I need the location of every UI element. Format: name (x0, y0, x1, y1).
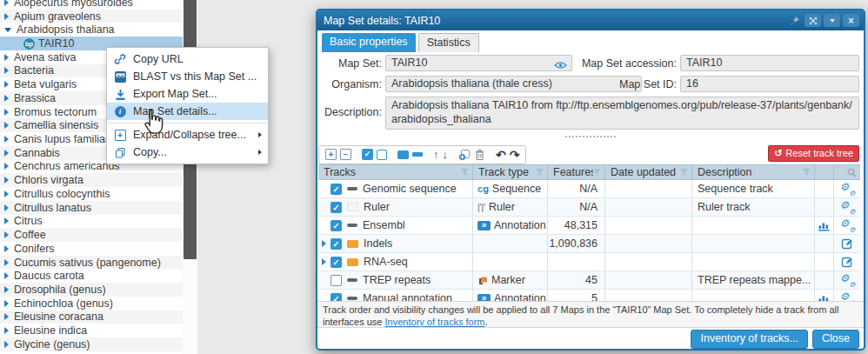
tree-item[interactable]: Alopecurus myosuroides (0, 0, 183, 10)
dialog-titlebar[interactable]: Map Set details: TAIR10 × (317, 10, 864, 30)
edit-icon[interactable] (841, 256, 853, 268)
table-row[interactable]: ✓Genomic sequence cgSequence N/A Sequenc… (318, 180, 860, 198)
expand-arrow-icon[interactable] (4, 259, 9, 266)
track-settings-icon[interactable]: ⚙⚙ (840, 273, 855, 287)
expand-arrow-icon[interactable] (4, 272, 9, 279)
tree-item[interactable]: Chloris virgata (0, 173, 183, 187)
track-checkbox-checked[interactable]: ✓ (331, 257, 342, 268)
map-set-id-field[interactable]: 16 (680, 76, 859, 92)
tree-item[interactable]: Arabidopsis thaliana (0, 23, 183, 37)
expand-arrow-icon[interactable] (4, 245, 9, 252)
expand-arrow-icon[interactable] (4, 54, 9, 61)
close-button[interactable]: × (843, 14, 859, 27)
filter-icon[interactable] (680, 169, 688, 176)
column-header-tracks[interactable]: Tracks (318, 165, 473, 179)
track-settings-icon[interactable]: ⚙⚙ (840, 218, 855, 232)
expand-arrow-icon[interactable] (4, 327, 9, 334)
track-checkbox-checked[interactable]: ✓ (331, 238, 342, 250)
column-header-track-type[interactable]: Track type (473, 165, 548, 179)
search-icon[interactable] (847, 168, 857, 177)
expand-arrow-icon[interactable] (4, 67, 9, 74)
expand-arrow-icon[interactable] (4, 109, 9, 116)
collapse-button[interactable] (824, 14, 840, 27)
tree-item[interactable]: Citrullus colocynthis (0, 187, 183, 201)
tree-item[interactable]: Glycine (genus) (0, 337, 183, 351)
table-row[interactable]: ✓Ensembl »Annotation 48,315 ⚙⚙ (318, 217, 860, 235)
track-checkbox-checked[interactable]: ✓ (331, 184, 342, 195)
check-all-icon[interactable]: ✓ (362, 149, 373, 160)
reset-track-tree-button[interactable]: ↺ Reset track tree (768, 145, 859, 162)
expand-arrow-icon[interactable] (4, 122, 9, 129)
tree-item[interactable]: Citrus (0, 215, 183, 229)
expand-arrow-icon[interactable] (4, 150, 9, 157)
collapse-all-icon[interactable]: − (340, 149, 351, 160)
eye-icon[interactable] (554, 59, 567, 71)
track-checkbox-unchecked[interactable] (331, 275, 342, 286)
column-header-date-updated[interactable]: Date updated (605, 165, 692, 179)
table-row[interactable]: ✓Ruler |'|'Ruler N/A Ruler track ⚙⚙ (318, 198, 860, 217)
expand-all-icon[interactable]: + (325, 149, 337, 160)
row-expand-icon[interactable] (322, 240, 331, 247)
tab-statistics[interactable]: Statistics (418, 33, 479, 52)
expand-arrow-icon[interactable] (4, 190, 9, 197)
tree-item[interactable]: Eleusine coracana (0, 311, 183, 324)
track-checkbox-checked[interactable]: ✓ (331, 202, 342, 213)
expand-arrow-icon[interactable] (4, 177, 9, 184)
redo-icon[interactable]: ↷ (510, 149, 520, 161)
edit-icon[interactable] (841, 237, 853, 250)
pin-icon[interactable] (788, 14, 802, 27)
menu-item-copy[interactable]: Copy... (107, 144, 268, 161)
tree-item[interactable]: Cucumis sativus (pangenome) (0, 256, 183, 270)
tree-item[interactable]: Coffee (0, 228, 183, 242)
move-up-icon[interactable]: ↑ (433, 149, 439, 160)
expand-arrow-icon[interactable] (4, 204, 9, 211)
menu-item-export-map-set[interactable]: Export Map Set... (107, 85, 268, 103)
column-header-features[interactable]: Features (548, 165, 605, 179)
expand-arrow-icon[interactable] (4, 231, 9, 238)
undo-icon[interactable]: ↶ (496, 149, 506, 161)
collapse-arrow-icon[interactable] (4, 28, 11, 32)
expand-arrow-icon[interactable] (4, 13, 9, 20)
splitter-handle[interactable] (317, 131, 864, 142)
menu-item-expand-collapse-tree[interactable]: + Expand/Collapse tree... (107, 126, 268, 144)
maximize-button[interactable] (805, 14, 821, 27)
expand-arrow-icon[interactable] (4, 286, 9, 293)
row-expand-icon[interactable] (322, 258, 331, 265)
expand-arrow-icon[interactable] (4, 163, 9, 170)
filter-icon[interactable] (803, 169, 811, 176)
expand-arrow-icon[interactable] (4, 0, 9, 6)
tree-item[interactable]: Citrullus lanatus (0, 201, 183, 215)
add-track-icon[interactable] (458, 149, 471, 161)
tree-item[interactable]: Daucus carota (0, 269, 183, 283)
move-down-icon[interactable]: ↓ (443, 149, 449, 160)
menu-item-copy-url[interactable]: Copy URL (107, 50, 268, 68)
expand-arrow-icon[interactable] (4, 136, 9, 143)
tree-item[interactable]: Apium graveolens (0, 10, 183, 23)
column-header-search[interactable] (834, 165, 860, 179)
tree-item[interactable]: Echinochloa (genus) (0, 297, 183, 311)
expand-arrow-icon[interactable] (4, 313, 9, 320)
description-field[interactable]: Arabidopsis thaliana TAIR10 from ftp://f… (385, 97, 859, 130)
accession-field[interactable]: TAIR10 (680, 55, 859, 71)
tree-item[interactable]: Conifers (0, 242, 183, 256)
filter-icon[interactable] (593, 169, 601, 176)
track-settings-icon[interactable]: ⚙⚙ (840, 200, 855, 214)
inventory-of-tracks-button[interactable]: Inventory of tracks... (691, 330, 808, 349)
track-checkbox-checked[interactable]: ✓ (331, 220, 342, 231)
column-header-description[interactable]: Description (692, 165, 815, 179)
expand-arrow-icon[interactable] (4, 300, 9, 307)
close-dialog-button[interactable]: Close (812, 330, 859, 349)
tab-basic-properties[interactable]: Basic properties (322, 33, 416, 52)
inventory-of-tracks-link[interactable]: Inventory of tracks form (385, 317, 485, 327)
table-row[interactable]: ✓RNA-seq (318, 253, 860, 271)
tree-item[interactable]: Eleusine indica (0, 324, 183, 337)
menu-item-map-set-details[interactable]: i Map Set details... (107, 103, 268, 120)
track-settings-icon[interactable]: ⚙⚙ (840, 182, 855, 196)
expand-arrow-icon[interactable] (4, 81, 9, 88)
expand-arrow-icon[interactable] (4, 217, 9, 224)
table-row[interactable]: TREP repeats Marker 45 TREP repeats mapp… (318, 271, 860, 290)
show-track-icon[interactable] (397, 150, 409, 159)
map-set-field[interactable]: TAIR10 (385, 55, 572, 71)
uncheck-all-icon[interactable] (377, 150, 387, 160)
expand-arrow-icon[interactable] (4, 95, 9, 102)
